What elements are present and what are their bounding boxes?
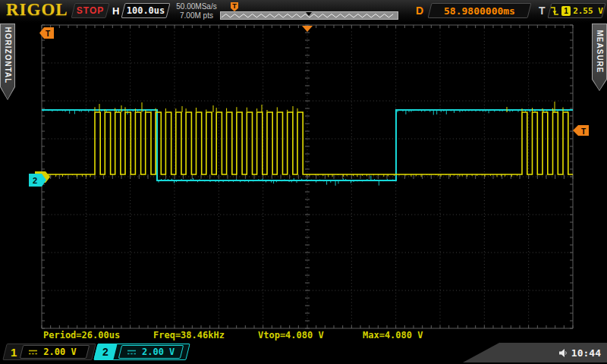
graticule (42, 25, 573, 328)
brand-logo: RIGOL (6, 0, 68, 20)
graticule-and-traces: T T 2 (0, 23, 607, 343)
tab-horizontal[interactable]: HORIZONTAL (0, 24, 15, 100)
trigger-level-marker[interactable]: T (573, 125, 589, 136)
svg-text:2: 2 (33, 176, 37, 185)
channel2-block[interactable]: 2 2.00 V (96, 344, 188, 360)
measurement-period: Period=26.00us (43, 330, 120, 340)
memory-waveform-preview[interactable]: T (220, 11, 398, 20)
trigger-settings-box[interactable]: 1 2.55 V (549, 3, 604, 18)
trigger-position-icon[interactable] (302, 26, 313, 32)
channel1-scale: 2.00 V (43, 347, 76, 357)
speaker-icon (558, 348, 568, 358)
preview-center-notch-icon (306, 12, 312, 16)
delay-indicator: D (416, 5, 423, 17)
dc-coupling-icon (127, 349, 137, 356)
memory-depth: 7.00M pts (171, 11, 222, 20)
channel2-number-badge: 2 (96, 344, 115, 360)
stop-label: STOP (77, 5, 104, 16)
oscilloscope-screen: RIGOL STOP H 100.0us 50.00MSa/s 7.00M pt… (0, 0, 607, 364)
dc-coupling-icon (28, 349, 38, 356)
channel1-block[interactable]: 1 2.00 V (5, 344, 94, 360)
channel2-number: 2 (96, 344, 115, 360)
trigger-level-value: 2.55 V (573, 6, 603, 16)
waveform-display: T T 2 HORIZONTAL MEASURE Period=26.00us (0, 23, 607, 343)
run-stop-status[interactable]: STOP (73, 3, 108, 18)
acquisition-info: 50.00MSa/s 7.00M pts (171, 2, 222, 20)
measurement-vtop: Vtop=4.080 V (258, 330, 324, 340)
sample-rate: 50.00MSa/s (171, 2, 222, 11)
timebase-value: 100.0us (127, 5, 165, 16)
top-bar: RIGOL STOP H 100.0us 50.00MSa/s 7.00M pt… (0, 0, 607, 23)
tab-measure-label: MEASURE (592, 24, 607, 80)
channel2-scale-box: 2.00 V (120, 345, 182, 359)
svg-text:T: T (46, 30, 50, 38)
delay-value: 58.9800000ms (444, 5, 515, 17)
svg-text:T: T (581, 127, 586, 136)
preview-trigger-icon[interactable]: T (231, 2, 238, 11)
tab-measure[interactable]: MEASURE (592, 24, 607, 91)
tab-horizontal-label: HORIZONTAL (0, 24, 15, 87)
horizontal-indicator: H (112, 5, 119, 17)
clock-block: 10:44 (463, 343, 607, 362)
timebase-box[interactable]: 100.0us (123, 3, 168, 18)
falling-edge-icon (550, 6, 559, 16)
delay-box[interactable]: 58.9800000ms (429, 3, 530, 18)
measurement-freq: Freq=38.46kHz (153, 330, 225, 340)
channel2-scale: 2.00 V (142, 347, 175, 357)
clock-time: 10:44 (571, 347, 601, 359)
measurement-max: Max=4.080 V (363, 330, 423, 340)
channel1-scale-box: 2.00 V (21, 345, 88, 359)
bottom-bar: 1 2.00 V 2 (0, 343, 607, 364)
trigger-indicator: T (539, 5, 546, 17)
channel1-number: 1 (11, 346, 17, 359)
trigger-source-badge: 1 (561, 6, 571, 16)
